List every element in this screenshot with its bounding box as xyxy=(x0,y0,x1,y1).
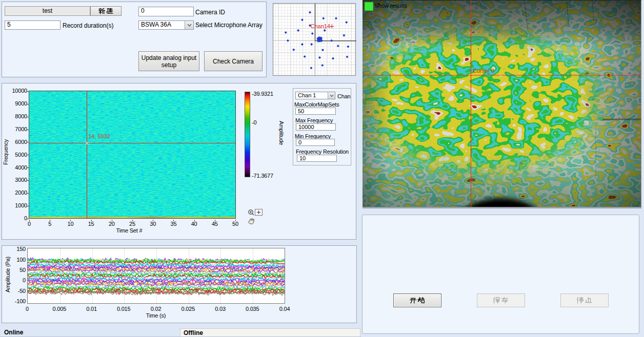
svg-text:Chan14: Chan14 xyxy=(310,23,330,29)
svg-text:Show results: Show results xyxy=(375,3,407,9)
svg-text:14, 5932: 14, 5932 xyxy=(88,133,110,139)
svg-text:Cursor 0: Cursor 0 xyxy=(473,68,494,74)
